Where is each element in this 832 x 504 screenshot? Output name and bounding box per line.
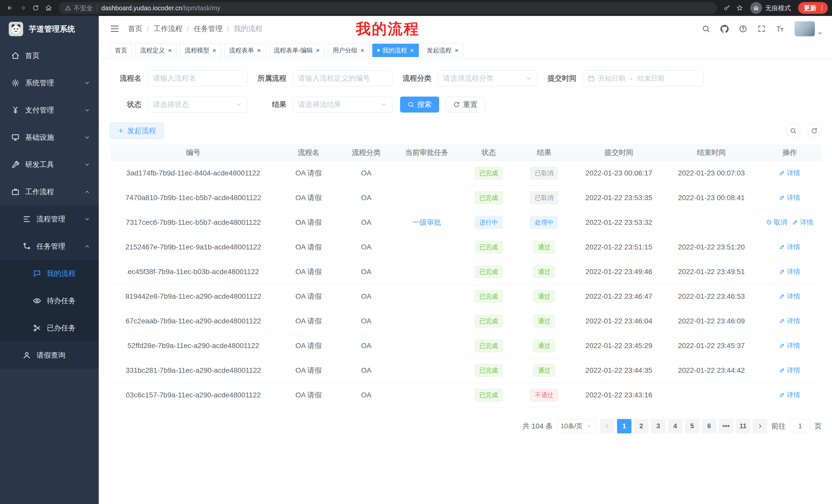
result-select[interactable]: 请选择流结果 [293,96,392,113]
detail-link[interactable]: 详情 [779,390,800,399]
submit-time-range-picker[interactable]: 开始日期 - 结束日期 [582,71,703,86]
detail-link[interactable]: 详情 [779,193,800,202]
sidebar-item[interactable]: 基础设施 [0,124,99,151]
sidebar-item-label: 我的流程 [47,269,76,278]
forward-button[interactable] [17,2,29,14]
close-icon[interactable]: × [168,47,172,54]
close-icon[interactable]: × [410,47,414,54]
detail-link[interactable]: 详情 [779,341,800,350]
search-icon[interactable] [702,25,710,33]
address-bar[interactable]: 不安全 dashboard.yudao.iocoder.cn /bpm/task… [59,2,717,14]
cancel-icon [766,219,772,225]
cell-process-name: OA 请假 [277,383,341,408]
search-button[interactable]: 搜索 [400,96,439,113]
font-size-icon[interactable] [776,25,784,33]
sidebar-item[interactable]: 我的流程 [0,260,99,287]
hamburger-icon[interactable] [110,24,119,33]
bookmark-star-button[interactable] [734,2,746,14]
category-select[interactable]: 请选择流程分类 [438,71,537,86]
prev-page-button[interactable] [600,419,615,433]
sidebar-item[interactable]: 已办任务 [0,314,99,342]
sidebar-item[interactable]: 系统管理 [0,69,99,96]
user-menu[interactable] [795,21,823,36]
close-icon[interactable]: × [454,47,459,54]
help-icon[interactable] [739,25,747,33]
detail-link[interactable]: 详情 [779,366,800,375]
detail-link[interactable]: 详情 [779,169,800,177]
more-menu-icon[interactable] [818,5,825,11]
page-number-button[interactable]: 11 [736,419,750,433]
page-number-button[interactable]: 3 [651,419,666,433]
search-icon [790,128,797,134]
detail-link[interactable]: 详情 [779,316,800,326]
more-pages-button[interactable]: ••• [719,419,733,433]
sidebar-item[interactable]: 首页 [0,42,99,69]
tab-label: 流程模型 [185,46,209,54]
github-icon[interactable] [721,25,729,33]
cell-result: 通过 [516,259,573,284]
edit-icon [779,269,785,275]
reset-button[interactable]: 重置 [446,96,485,113]
page-size-select[interactable]: 10条/页 [557,419,596,433]
close-icon[interactable]: × [257,47,261,54]
page-number-button[interactable]: 2 [634,419,648,433]
breadcrumb-item[interactable]: 首页 [128,24,142,34]
tab-item[interactable]: 流程表单-编辑× [269,44,325,57]
branch-icon [23,242,31,250]
start-process-button[interactable]: 发起流程 [110,123,163,139]
tab-item[interactable]: 用户分组× [328,44,369,57]
detail-link[interactable]: 详情 [779,292,800,301]
tab-item[interactable]: 发起流程× [422,44,463,57]
cancel-link[interactable]: 取消 [766,218,787,227]
detail-link[interactable]: 详情 [779,243,800,251]
sidebar-item-label: 流程管理 [36,214,65,224]
security-indicator[interactable]: 不安全 [65,4,93,12]
sidebar-item[interactable]: 流程管理 [0,205,99,233]
detail-link[interactable]: 详情 [779,267,800,276]
column-header: 结束时间 [665,144,758,161]
next-page-button[interactable] [753,419,767,433]
tab-item[interactable]: 流程模型× [180,44,221,57]
toggle-search-button[interactable] [786,123,801,138]
page-number-button[interactable]: 4 [668,419,682,433]
sidebar-item[interactable]: 支付管理 [0,96,99,124]
tab-item[interactable]: 首页 [110,44,132,57]
sidebar-item[interactable]: 工作流程 [0,178,99,205]
tab-active[interactable]: 我的流程× [372,44,419,57]
tab-label: 流程表单 [229,46,254,54]
sidebar-item-label: 工作流程 [25,187,54,197]
breadcrumb-item[interactable]: 任务管理 [194,24,223,34]
sidebar-item-label: 任务管理 [36,242,65,251]
sidebar-item[interactable]: 待办任务 [0,287,99,314]
tab-item[interactable]: 流程定义× [135,44,177,57]
update-chip[interactable]: 更新 [798,2,828,14]
result-tag: 通过 [533,315,555,328]
reload-button[interactable] [30,2,42,14]
table-row: 2152467e-7b9b-11ec-9a1b-acde48001122OA 请… [110,235,822,259]
sidebar-item[interactable]: 请假查询 [0,342,99,369]
app-logo-row[interactable]: 芋道管理系统 [0,16,99,42]
tab-item[interactable]: 流程表单× [224,44,266,57]
sidebar-item[interactable]: 研发工具 [0,151,99,178]
back-button[interactable] [4,2,16,14]
current-task-link[interactable]: 一级审批 [412,218,441,226]
tool-icon [11,161,20,169]
page-number-button[interactable]: 1 [617,419,631,433]
process-name-input[interactable]: 请输入流程名 [148,71,247,86]
parent-process-input[interactable]: 请输入流程定义的编号 [293,71,392,86]
password-key-button[interactable] [721,2,733,14]
close-icon[interactable]: × [361,47,364,54]
breadcrumb-item[interactable]: 工作流程 [154,24,183,34]
sidebar-item[interactable]: 任务管理 [0,233,99,260]
close-icon[interactable]: × [212,47,216,54]
fullscreen-icon[interactable] [757,25,766,33]
browser-home-button[interactable] [43,2,54,14]
goto-page-input[interactable]: 1 [790,419,810,433]
status-select[interactable]: 请选择状态 [148,96,247,113]
page-number-button[interactable]: 5 [685,419,699,433]
page-number-button[interactable]: 6 [702,419,716,433]
detail-link[interactable]: 详情 [792,218,813,227]
refresh-table-button[interactable] [807,123,822,138]
close-icon[interactable]: × [316,47,320,54]
field-label: 流程名 [110,74,141,83]
